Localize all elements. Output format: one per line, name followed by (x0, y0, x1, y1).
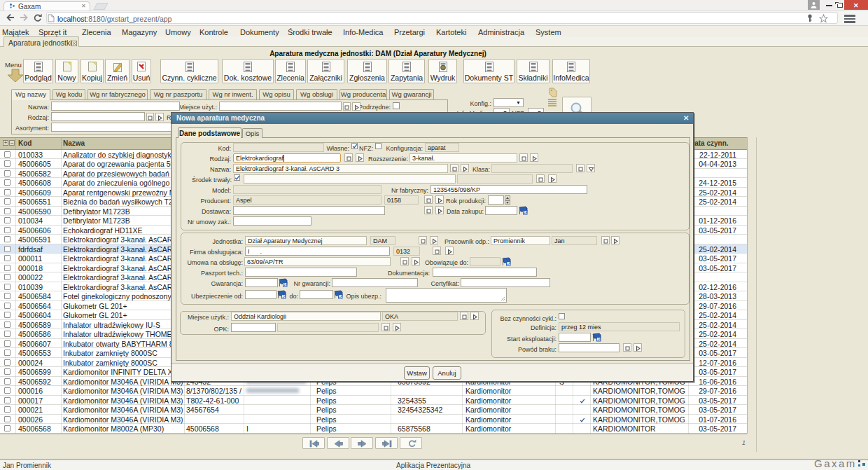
svg-text:14: 14 (524, 211, 528, 214)
svg-text:14: 14 (507, 262, 511, 265)
svg-text:14: 14 (597, 338, 601, 341)
